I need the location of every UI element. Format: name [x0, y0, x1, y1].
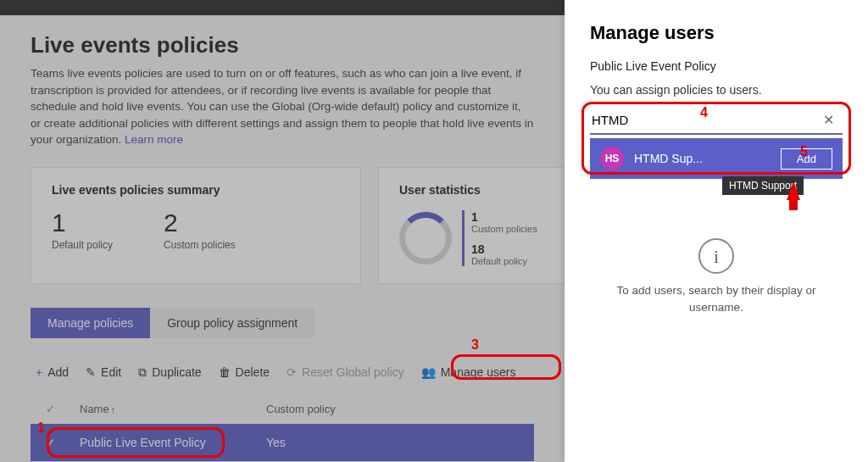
stats-title: User statistics	[399, 183, 557, 197]
summary-title: Live events policies summary	[52, 183, 340, 197]
tab-manage-policies[interactable]: Manage policies	[31, 308, 150, 338]
default-policy-count: 1	[52, 210, 113, 236]
table-row[interactable]: ✓ Public Live Event Policy Yes	[31, 424, 534, 461]
edit-button[interactable]: ✎Edit	[86, 365, 121, 379]
stat-b-lab: Default policy	[471, 256, 537, 266]
stat-b-num: 18	[471, 242, 537, 256]
row-custom: Yes	[266, 436, 286, 449]
select-all-checkbox[interactable]: ✓	[46, 403, 80, 415]
clear-icon[interactable]: ✕	[820, 112, 837, 128]
search-result[interactable]: HS HTMD Sup... Add	[590, 138, 843, 179]
stats-card: User statistics 1Custom policies 18Defau…	[378, 167, 565, 284]
row-name: Public Live Event Policy	[80, 436, 266, 449]
toolbar: +Add ✎Edit ⧉Duplicate 🗑Delete ⟳Reset Glo…	[31, 342, 534, 392]
summary-card: Live events policies summary 1 Default p…	[31, 167, 361, 284]
stat-a-num: 1	[471, 210, 537, 224]
reset-button: ⟳Reset Global policy	[287, 365, 404, 379]
intro-text: Teams live events policies are used to t…	[31, 65, 534, 148]
add-button[interactable]: +Add	[36, 365, 69, 379]
panel-desc: You can assign policies to users.	[590, 83, 843, 97]
learn-more-link[interactable]: Learn more	[125, 133, 183, 146]
page-title: Live events policies	[31, 32, 534, 58]
table-header: ✓ Name↑ Custom policy	[31, 392, 534, 424]
result-name: HTMD Sup...	[634, 152, 771, 165]
avatar: HS	[600, 147, 624, 170]
custom-policy-count: 2	[164, 210, 236, 236]
donut-chart	[399, 212, 452, 264]
reset-icon: ⟳	[287, 365, 297, 379]
col-name[interactable]: Name	[80, 403, 109, 415]
duplicate-button[interactable]: ⧉Duplicate	[138, 365, 201, 380]
panel-subtitle: Public Live Event Policy	[590, 59, 843, 73]
panel-title: Manage users	[590, 22, 843, 44]
col-custom[interactable]: Custom policy	[266, 403, 336, 415]
plus-icon: +	[36, 365, 42, 379]
info-icon: i	[698, 238, 734, 274]
copy-icon: ⧉	[138, 365, 147, 380]
search-input[interactable]	[592, 113, 820, 127]
row-checkbox[interactable]: ✓	[46, 436, 80, 449]
annotation-arrow	[787, 175, 800, 200]
custom-policy-label: Custom policies	[164, 239, 236, 251]
tab-group-assignment[interactable]: Group policy assignment	[150, 308, 314, 338]
users-icon: 👥	[421, 365, 436, 379]
default-policy-label: Default policy	[52, 239, 113, 251]
trash-icon: 🗑	[219, 365, 231, 379]
user-search[interactable]: ✕	[590, 109, 843, 135]
delete-button[interactable]: 🗑Delete	[219, 365, 270, 379]
sort-arrow-icon: ↑	[111, 404, 116, 415]
add-user-button[interactable]: Add	[781, 148, 832, 170]
manage-users-button[interactable]: 👥Manage users	[421, 365, 516, 379]
pencil-icon: ✎	[86, 365, 96, 379]
hint-block: i To add users, search by their display …	[590, 238, 843, 317]
manage-users-panel: Manage users Public Live Event Policy Yo…	[565, 0, 868, 462]
stat-a-lab: Custom policies	[471, 224, 537, 234]
